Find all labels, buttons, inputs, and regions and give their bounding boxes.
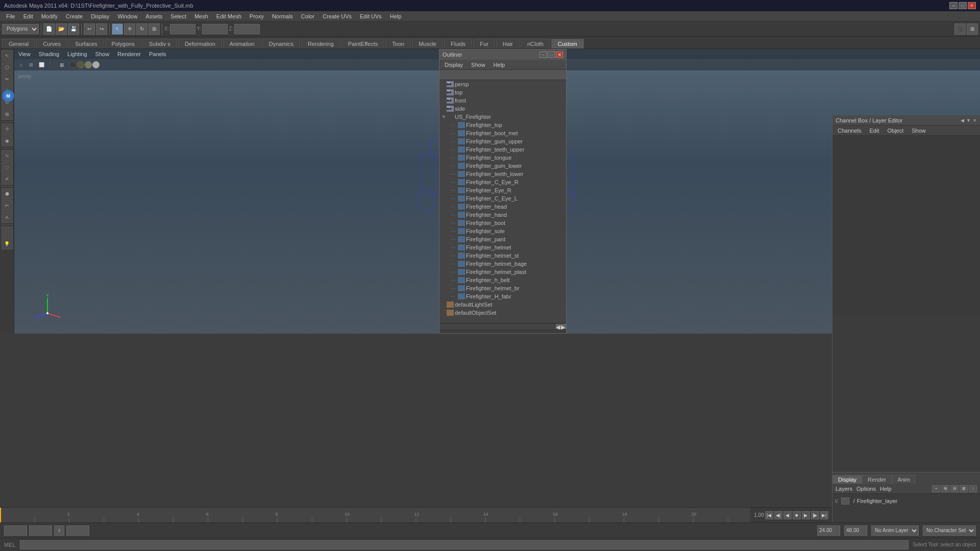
layer-visibility[interactable] (841, 497, 849, 505)
menu-display[interactable]: Display (87, 12, 113, 20)
tab-fluids[interactable]: Fluids (444, 39, 472, 48)
tab-deformation[interactable]: Deformation (178, 39, 222, 48)
menu-modify[interactable]: Modify (37, 12, 62, 20)
outliner-item-13[interactable]: —Firefighter_Eye_R (439, 186, 566, 194)
outliner-item-15[interactable]: —Firefighter_head (439, 203, 566, 211)
grid-btn[interactable]: ⊞ (967, 23, 978, 35)
translate-btn[interactable]: ✛ (124, 23, 135, 35)
outliner-item-17[interactable]: —Firefighter_boot (439, 219, 566, 227)
outliner-show-menu[interactable]: Show (468, 61, 488, 69)
vp-smooth-btn[interactable]: ⬛ (47, 60, 56, 69)
menu-select[interactable]: Select (166, 12, 190, 20)
outliner-item-19[interactable]: —Firefighter_pant (439, 235, 566, 243)
vp-grid-btn[interactable]: ⊞ (27, 60, 36, 69)
tab-curves[interactable]: Curves (36, 39, 67, 48)
bezier-btn[interactable]: ◌ (2, 162, 13, 173)
outliner-item-23[interactable]: —Firefighter_helmet_plast (439, 268, 566, 276)
outliner-minimize[interactable]: ─ (540, 52, 547, 58)
vp-home-btn[interactable]: ⌂ (16, 60, 26, 69)
outliner-item-21[interactable]: —Firefighter_helmet_st (439, 252, 566, 260)
cb-object-menu[interactable]: Object (884, 127, 906, 135)
le-btn2[interactable]: ⊞ (941, 485, 949, 492)
outliner-item-26[interactable]: —Firefighter_H_fabr (439, 292, 566, 300)
char-set-select[interactable]: No Character Set (923, 525, 976, 536)
outliner-maximize[interactable]: □ (548, 52, 555, 58)
minimize-button[interactable]: ─ (949, 2, 958, 9)
le-btn1[interactable]: + (932, 485, 940, 492)
select-btn[interactable]: ↖ (112, 23, 123, 35)
le-tab-anim[interactable]: Anim (892, 475, 916, 484)
tab-painteffects[interactable]: PaintEffects (341, 39, 385, 48)
vp-menu-renderer[interactable]: Renderer (117, 51, 141, 57)
le-tab-render[interactable]: Render (862, 475, 892, 484)
outliner-help-menu[interactable]: Help (491, 61, 508, 69)
vp-menu-show[interactable]: Show (95, 51, 110, 57)
menu-create-uvs[interactable]: Create UVs (318, 12, 356, 20)
sculpt-btn[interactable]: ⬣ (2, 188, 13, 199)
prev-frame-btn[interactable]: ◀| (774, 511, 782, 519)
curve-btn[interactable]: ∿ (2, 150, 13, 161)
z-input[interactable] (234, 24, 260, 34)
go-end-btn[interactable]: ▶| (820, 511, 828, 519)
outliner-item-4[interactable]: ▼US_Firefighter (439, 113, 566, 121)
outliner-item-25[interactable]: —Firefighter_helmet_br (439, 284, 566, 292)
range-start-input[interactable]: 1.00 (4, 525, 27, 536)
outliner-scrollbar[interactable]: ◀ ▶ (439, 323, 566, 329)
le-help-menu[interactable]: Help (880, 486, 892, 492)
cam-btn[interactable]: 🎥 (954, 23, 966, 35)
pencil-btn[interactable]: ✐ (2, 173, 13, 185)
tab-rendering[interactable]: Rendering (301, 39, 340, 48)
menu-help[interactable]: Help (386, 12, 406, 20)
outliner-item-9[interactable]: —Firefighter_tongue (439, 154, 566, 162)
outliner-item-10[interactable]: —Firefighter_gum_lower (439, 162, 566, 170)
vp-menu-shading[interactable]: Shading (39, 51, 59, 57)
next-frame-btn[interactable]: |▶ (811, 511, 819, 519)
vp-tex-btn[interactable]: ▦ (57, 60, 66, 69)
current-frame-input[interactable]: 1.00 (29, 525, 52, 536)
le-tab-display[interactable]: Display (832, 475, 862, 484)
outliner-item-8[interactable]: —Firefighter_teeth_upper (439, 145, 566, 154)
range-end-input[interactable]: 24 (66, 525, 89, 536)
cb-channels-menu[interactable]: Channels (835, 127, 864, 135)
menu-edit[interactable]: Edit (19, 12, 37, 20)
camera-btn[interactable]: 🎥 (2, 227, 13, 238)
outliner-item-0[interactable]: 📷persp (439, 80, 566, 88)
cb-icon-3[interactable]: ✕ (973, 118, 977, 123)
outliner-item-20[interactable]: —Firefighter_helmet (439, 243, 566, 252)
outliner-display-menu[interactable]: Display (442, 61, 466, 69)
expand-icon-4[interactable]: ▼ (442, 114, 447, 119)
save-btn[interactable]: 💾 (68, 23, 79, 35)
vp-menu-view[interactable]: View (18, 51, 31, 57)
vp-menu-panels[interactable]: Panels (149, 51, 166, 57)
menu-window[interactable]: Window (113, 12, 141, 20)
vp-wire-btn[interactable]: ⬜ (37, 60, 46, 69)
outliner-item-3[interactable]: 📷side (439, 105, 566, 113)
outliner-item-2[interactable]: 📷front (439, 96, 566, 105)
x-input[interactable] (170, 24, 195, 34)
mel-input[interactable] (20, 540, 909, 549)
menu-edit-mesh[interactable]: Edit Mesh (212, 12, 246, 20)
outliner-item-5[interactable]: —Firefighter_top (439, 121, 566, 129)
tab-hair[interactable]: Hair (496, 39, 520, 48)
outliner-item-28[interactable]: defaultObjectSet (439, 309, 566, 317)
scale-btn[interactable]: ⊞ (149, 23, 160, 35)
cb-show-menu[interactable]: Show (909, 127, 929, 135)
redo-btn[interactable]: ↪ (96, 23, 107, 35)
le-layers-menu[interactable]: Layers (836, 486, 852, 492)
outliner-item-18[interactable]: —Firefighter_sole (439, 227, 566, 235)
le-btn4[interactable]: ⊠ (960, 485, 968, 492)
menu-create[interactable]: Create (62, 12, 87, 20)
menu-normals[interactable]: Normals (268, 12, 297, 20)
tab-muscle[interactable]: Muscle (412, 39, 443, 48)
menu-proxy[interactable]: Proxy (246, 12, 268, 20)
tab-surfaces[interactable]: Surfaces (68, 39, 104, 48)
le-btn5[interactable]: ↑ (969, 485, 977, 492)
menu-assets[interactable]: Assets (141, 12, 166, 20)
lasso-btn[interactable]: ⬡ (2, 62, 13, 73)
scale-tool-btn[interactable]: ⊞ (2, 109, 13, 120)
cb-icon-2[interactable]: ▼ (966, 118, 971, 123)
undo-btn[interactable]: ↩ (84, 23, 95, 35)
tab-ncloth[interactable]: nCloth (521, 39, 550, 48)
menu-file[interactable]: File (2, 12, 19, 20)
tab-polygons[interactable]: Polygons (105, 39, 141, 48)
